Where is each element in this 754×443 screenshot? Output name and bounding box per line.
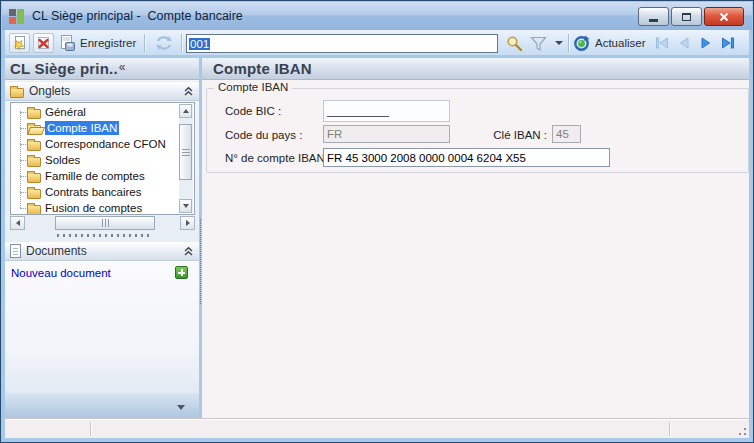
- window-title: CL Siège principal - Compte bancaire: [32, 9, 243, 23]
- scroll-up-button[interactable]: [179, 104, 192, 118]
- scroll-right-button[interactable]: [180, 216, 195, 230]
- actualiser-button[interactable]: Actualiser: [573, 33, 646, 53]
- arrow-left-icon: [16, 220, 20, 226]
- main-panel: Compte IBAN Compte IBAN Code BIC : Code …: [202, 58, 749, 421]
- tree-item-soldes[interactable]: Soldes: [11, 152, 179, 168]
- filter-button[interactable]: [527, 33, 549, 53]
- search-button[interactable]: [503, 33, 525, 53]
- groupbox-legend: Compte IBAN: [214, 81, 292, 93]
- toolbar-separator: [144, 34, 145, 52]
- tree-item-general[interactable]: Général: [11, 104, 179, 120]
- compte-iban-groupbox: Compte IBAN Code BIC : Code du pays : FR…: [206, 88, 749, 173]
- refresh-record-button[interactable]: [151, 33, 177, 53]
- iban-label: N° de compte IBAN :: [225, 152, 331, 164]
- delete-record-button[interactable]: [33, 33, 54, 53]
- folder-icon: [27, 205, 41, 215]
- documents-panel: Nouveau document: [5, 261, 199, 393]
- collapse-section-icon: [183, 86, 194, 97]
- new-document-icon: [12, 36, 27, 51]
- search-icon: [506, 35, 523, 52]
- minimize-button[interactable]: [638, 7, 669, 26]
- tree-item-compte-iban[interactable]: Compte IBAN: [11, 120, 179, 136]
- code-pays-label: Code du pays :: [225, 129, 302, 141]
- cle-iban-value: 45: [556, 128, 569, 140]
- folder-icon: [27, 173, 41, 183]
- add-document-button[interactable]: [175, 266, 188, 279]
- filter-dropdown-button[interactable]: [552, 33, 566, 53]
- application-window: CL Siège principal - Compte bancaire: [0, 0, 754, 443]
- scroll-left-button[interactable]: [10, 216, 25, 230]
- filter-funnel-icon: [530, 36, 547, 51]
- sidebar-scroll-strip[interactable]: [5, 393, 199, 421]
- iban-input[interactable]: FR 45 3000 2008 0000 0004 6204 X55: [323, 148, 610, 167]
- toolbar-separator: [181, 34, 182, 52]
- minimize-icon: [649, 19, 658, 22]
- sidebar-title: CL Siège prin..: [10, 60, 118, 77]
- previous-record-icon: [677, 36, 691, 50]
- last-record-button[interactable]: [719, 33, 737, 53]
- next-record-button[interactable]: [697, 33, 715, 53]
- folder-icon: [10, 88, 24, 98]
- code-bic-input[interactable]: [323, 100, 450, 122]
- restore-button[interactable]: [671, 7, 702, 26]
- tree-vertical-scrollbar[interactable]: [179, 104, 193, 213]
- cle-iban-input: 45: [552, 125, 581, 143]
- restore-icon: [682, 13, 691, 21]
- actualiser-label: Actualiser: [595, 37, 646, 49]
- panel-splitter-handle[interactable]: [57, 234, 149, 237]
- folder-icon: [27, 189, 41, 199]
- statusbar-separator: [669, 422, 670, 436]
- code-bic-label: Code BIC :: [225, 105, 281, 117]
- record-number-input[interactable]: 001: [186, 34, 498, 53]
- thumb-grip-icon: [182, 149, 190, 156]
- document-icon: [10, 244, 21, 258]
- arrow-right-icon: [186, 220, 190, 226]
- statusbar-separator: [90, 422, 91, 436]
- code-pays-value: FR: [327, 128, 342, 140]
- tree-item-correspondance-cfonb[interactable]: Correspondance CFON: [11, 136, 179, 152]
- iban-value: FR 45 3000 2008 0000 0004 6204 X55: [327, 152, 526, 164]
- scrollbar-thumb[interactable]: [55, 216, 155, 230]
- close-button[interactable]: [704, 7, 744, 26]
- resize-grip[interactable]: [744, 433, 746, 435]
- sidebar-collapse-icon[interactable]: «: [119, 60, 126, 74]
- refresh-arrows-icon: [155, 35, 173, 51]
- main-header: Compte IBAN: [202, 58, 749, 80]
- save-button[interactable]: Enregistrer: [59, 33, 136, 53]
- open-folder-icon: [27, 125, 41, 135]
- chevron-down-icon: [555, 41, 563, 45]
- folder-icon: [27, 141, 41, 151]
- onglets-tree: Général Compte IBAN Correspondance CFON …: [10, 102, 195, 215]
- previous-record-button[interactable]: [675, 33, 693, 53]
- collapse-section-icon: [183, 246, 194, 257]
- first-record-button[interactable]: [653, 33, 671, 53]
- folder-icon: [27, 109, 41, 119]
- scrollbar-thumb[interactable]: [179, 124, 192, 180]
- thumb-grip-icon: [102, 219, 109, 227]
- page-title: Compte IBAN: [213, 60, 312, 77]
- sidebar: CL Siège prin.. « Onglets Général Compte…: [5, 58, 199, 421]
- documents-section-header[interactable]: Documents: [5, 241, 199, 261]
- save-icon: [59, 35, 75, 51]
- new-document-link[interactable]: Nouveau document: [11, 267, 111, 279]
- title-bar: CL Siège principal - Compte bancaire: [2, 2, 752, 30]
- first-record-icon: [655, 36, 669, 50]
- cle-iban-label: Clé IBAN :: [439, 129, 547, 141]
- tree-horizontal-scrollbar[interactable]: [10, 216, 195, 231]
- save-button-label: Enregistrer: [80, 37, 136, 49]
- tree-item-fusion-de-comptes[interactable]: Fusion de comptes: [11, 200, 179, 215]
- tree-item-famille-de-comptes[interactable]: Famille de comptes: [11, 168, 179, 184]
- onglets-section-label: Onglets: [29, 84, 183, 98]
- delete-icon: [36, 36, 51, 51]
- tree-item-contrats-bancaires[interactable]: Contrats bancaires: [11, 184, 179, 200]
- new-record-button[interactable]: [9, 33, 30, 53]
- code-pays-input: FR: [323, 125, 450, 143]
- arrow-up-icon: [183, 109, 189, 113]
- arrow-down-icon: [183, 204, 189, 208]
- sidebar-resize-handle[interactable]: [200, 219, 201, 304]
- onglets-section-header[interactable]: Onglets: [5, 81, 199, 101]
- toolbar-separator: [568, 34, 569, 52]
- sidebar-header: CL Siège prin.. «: [5, 58, 199, 80]
- main-toolbar: Enregistrer 001: [5, 30, 749, 56]
- scroll-down-button[interactable]: [179, 199, 192, 213]
